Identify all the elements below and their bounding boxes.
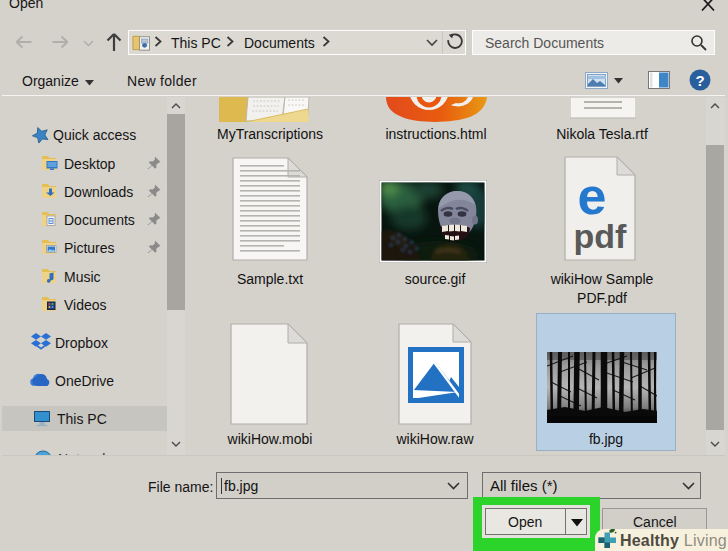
svg-text:?: ? <box>695 72 704 89</box>
svg-text:pdf: pdf <box>574 217 628 255</box>
